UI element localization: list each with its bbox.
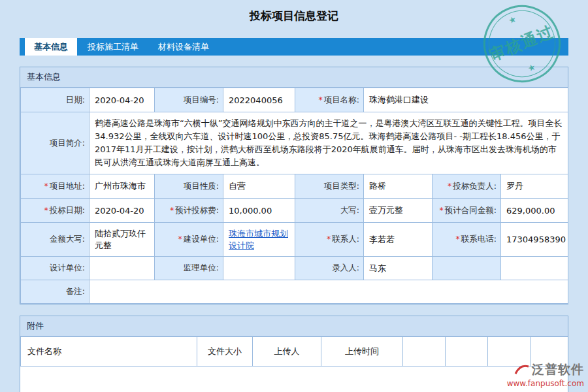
project-type-label: 项目类型: (295, 174, 364, 199)
contract-amount-label: *预计合同金额: (433, 199, 501, 223)
attachments-header-row: 文件名称 文件大小 上传人 上传时间 (21, 337, 568, 367)
design-unit-label: 设计单位: (21, 257, 90, 280)
amount-caps-label: 金额大写: (21, 223, 90, 257)
basic-info-section-title: 基本信息 (20, 67, 568, 88)
file-size-header: 文件大小 (197, 337, 253, 367)
bid-date-label: *投标日期: (21, 199, 90, 223)
fanpu-logo-icon (514, 363, 530, 378)
bid-leader-label: *投标负责人: (433, 174, 501, 199)
empty-header-cell (446, 337, 488, 367)
construction-unit-link[interactable]: 珠海市城市规划设计院 (229, 229, 288, 250)
basic-info-table: 日期: 2020-04-20 项目编号: 2022040056 *项目名称: 珠… (20, 88, 568, 304)
date-value: 2020-04-20 (90, 88, 155, 112)
empty-value-cell (501, 257, 568, 280)
table-row: 日期: 2020-04-20 项目编号: 2022040056 *项目名称: 珠… (21, 88, 568, 112)
fanpu-logo-text: 泛普软件 (532, 361, 584, 378)
recorder-label: 录入人: (295, 257, 364, 280)
contact-label: *联系人: (295, 223, 364, 257)
contract-amount-value: 629,000.00 (501, 199, 568, 223)
file-name-header: 文件名称 (21, 337, 197, 367)
bid-fee-value: 10,000.00 (223, 199, 295, 223)
supervision-unit-value (223, 257, 295, 280)
project-intro-label: 项目简介: (21, 112, 90, 174)
upload-time-header: 上传时间 (321, 337, 403, 367)
attachments-section-title: 附件 (20, 316, 568, 336)
bid-fee-label: *预计投标费: (155, 199, 223, 223)
amount-caps-value: 陆拾贰万玖仟元整 (90, 223, 155, 257)
phone-value: 17304958390 (501, 223, 568, 257)
empty-label-cell (433, 257, 501, 280)
fanpu-logo-url: www.fanpusoft.com (507, 379, 584, 388)
project-address-label: *项目地址: (21, 174, 90, 199)
project-nature-label: 项目性质: (155, 174, 223, 199)
tab-bar: 基本信息 投标施工清单 材料设备清单 (20, 38, 568, 56)
uploader-header: 上传人 (253, 337, 321, 367)
basic-info-panel: 基本信息 日期: 2020-04-20 项目编号: 2022040056 *项目… (20, 67, 568, 304)
bid-date-value: 2020-04-20 (90, 199, 155, 223)
recorder-value: 马东 (364, 257, 433, 280)
tab-material-equipment-list[interactable]: 材料设备清单 (149, 38, 218, 56)
project-name-value: 珠海鹤港口建设 (364, 88, 568, 112)
table-row: 设计单位: 监理单位: 录入人: 马东 (21, 257, 568, 280)
project-name-label: *项目名称: (295, 88, 364, 112)
remark-value (90, 280, 568, 304)
attachments-panel: 附件 文件名称 文件大小 上传人 上传时间 (20, 316, 568, 392)
table-row: *项目地址: 广州市珠海市 项目性质: 自营 项目类型: 路桥 *投标负责人: … (21, 174, 568, 199)
tab-basic-info[interactable]: 基本信息 (25, 38, 77, 56)
fee-caps-value: 壹万元整 (364, 199, 433, 223)
date-label: 日期: (21, 88, 90, 112)
table-row: 金额大写: 陆拾贰万玖仟元整 *建设单位: 珠海市城市规划设计院 *联系人: 李… (21, 223, 568, 257)
fanpu-logo[interactable]: 泛普软件 www.fanpusoft.com (507, 361, 584, 388)
project-address-value: 广州市珠海市 (90, 174, 155, 199)
project-no-label: 项目编号: (155, 88, 223, 112)
remark-label: 备注: (21, 280, 90, 304)
tab-bid-construction-list[interactable]: 投标施工清单 (78, 38, 148, 56)
construction-unit-value: 珠海市城市规划设计院 (223, 223, 295, 257)
supervision-unit-label: 监理单位: (155, 257, 223, 280)
project-no-value: 2022040056 (223, 88, 295, 112)
table-row: *投标日期: 2020-04-20 *预计投标费: 10,000.00 大写: … (21, 199, 568, 223)
table-row: 备注: (21, 280, 568, 304)
contact-value: 李若若 (364, 223, 433, 257)
empty-header-cell (403, 337, 446, 367)
project-intro-value: 鹤港高速公路是珠海市“六横十纵”交通网络规划中东西方向的主干道之一，是粤港澳大湾… (90, 112, 568, 174)
table-row: 项目简介: 鹤港高速公路是珠海市“六横十纵”交通网络规划中东西方向的主干道之一，… (21, 112, 568, 174)
page-title: 投标项目信息登记 (0, 0, 588, 24)
attachments-table: 文件名称 文件大小 上传人 上传时间 (20, 336, 568, 367)
bid-leader-value: 罗丹 (501, 174, 568, 199)
project-type-value: 路桥 (364, 174, 433, 199)
phone-label: *联系电话: (433, 223, 501, 257)
construction-unit-label: *建设单位: (155, 223, 223, 257)
fee-caps-label: 大写: (295, 199, 364, 223)
project-nature-value: 自营 (223, 174, 295, 199)
design-unit-value (90, 257, 155, 280)
